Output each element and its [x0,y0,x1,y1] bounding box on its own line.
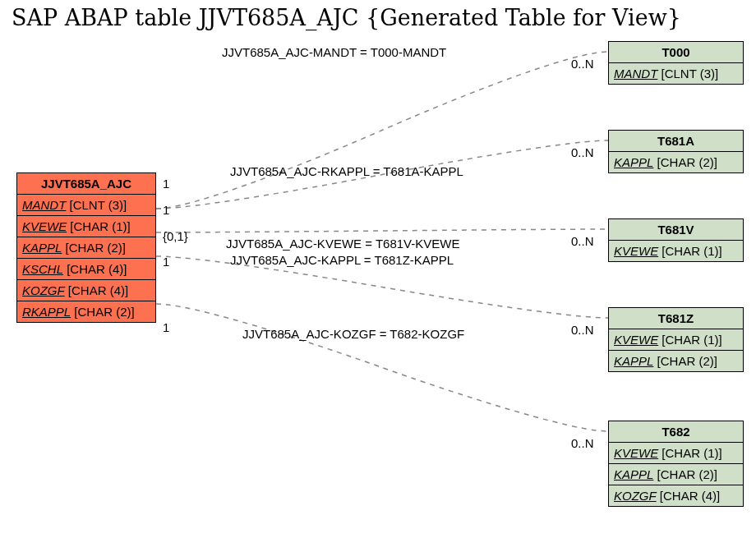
entity-field: KAPPL [CHAR (2)] [609,464,743,485]
cardinality-right: 0..N [571,234,594,248]
entity-T681A: T681AKAPPL [CHAR (2)] [608,130,744,173]
entity-field: KAPPL [CHAR (2)] [609,351,743,371]
page-title: SAP ABAP table JJVT685A_AJC {Generated T… [12,5,681,30]
entity-field: KVEWE [CHAR (1)] [609,329,743,351]
cardinality-right: 0..N [571,436,594,450]
entity-T000: T000MANDT [CLNT (3)] [608,41,744,85]
entity-header: T682 [609,421,743,443]
entity-field: KVEWE [CHAR (1)] [609,241,743,261]
entity-T682: T682KVEWE [CHAR (1)]KAPPL [CHAR (2)]KOZG… [608,421,744,507]
entity-field: KSCHL [CHAR (4)] [17,259,155,280]
relation-label: JJVT685A_AJC-RKAPPL = T681A-KAPPL [230,164,463,178]
cardinality-right: 0..N [571,323,594,337]
cardinality-left: {0,1} [163,229,188,243]
entity-JJVT685A_AJC: JJVT685A_AJCMANDT [CLNT (3)]KVEWE [CHAR … [16,172,156,323]
entity-header: T681A [609,131,743,152]
relation-label: JJVT685A_AJC-KVEWE = T681V-KVEWE [226,237,459,251]
entity-field: KAPPL [CHAR (2)] [609,152,743,172]
cardinality-left: 1 [163,203,169,217]
entity-field: MANDT [CLNT (3)] [609,63,743,84]
entity-field: KAPPL [CHAR (2)] [17,237,155,259]
cardinality-left: 1 [163,320,169,334]
entity-field: MANDT [CLNT (3)] [17,195,155,216]
cardinality-left: 1 [163,255,169,269]
relation-label: JJVT685A_AJC-MANDT = T000-MANDT [222,45,446,59]
cardinality-left: 1 [163,177,169,191]
entity-header: T681V [609,219,743,241]
entity-header: JJVT685A_AJC [17,173,155,195]
entity-field: KVEWE [CHAR (1)] [17,216,155,237]
relation-label: JJVT685A_AJC-KAPPL = T681Z-KAPPL [230,253,454,267]
entity-field: KVEWE [CHAR (1)] [609,443,743,464]
entity-field: RKAPPL [CHAR (2)] [17,301,155,322]
entity-T681Z: T681ZKVEWE [CHAR (1)]KAPPL [CHAR (2)] [608,307,744,372]
entity-header: T000 [609,42,743,63]
entity-field: KOZGF [CHAR (4)] [17,280,155,301]
cardinality-right: 0..N [571,57,594,71]
entity-header: T681Z [609,308,743,329]
cardinality-right: 0..N [571,145,594,159]
entity-field: KOZGF [CHAR (4)] [609,485,743,506]
relation-label: JJVT685A_AJC-KOZGF = T682-KOZGF [242,327,464,341]
diagram-canvas: SAP ABAP table JJVT685A_AJC {Generated T… [0,0,756,538]
entity-T681V: T681VKVEWE [CHAR (1)] [608,218,744,262]
